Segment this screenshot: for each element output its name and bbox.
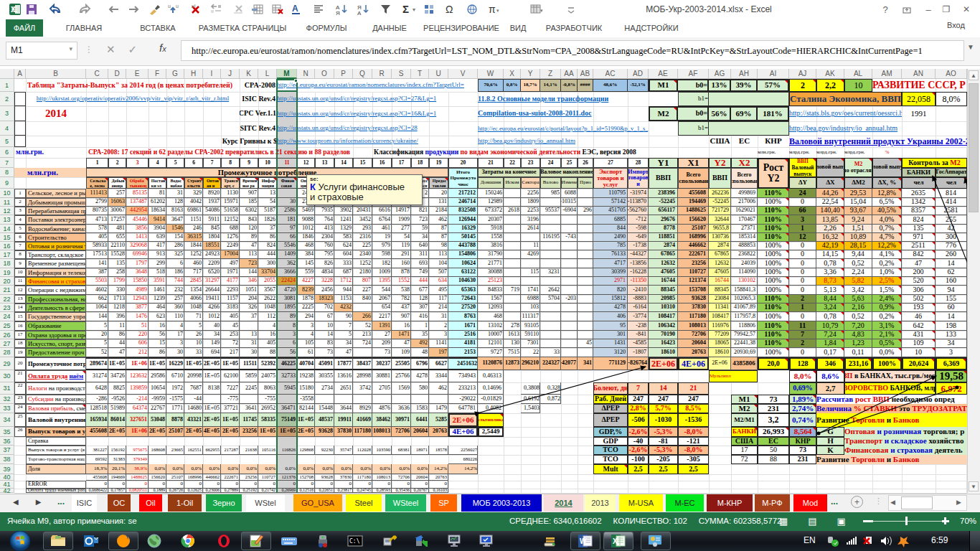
svg-text:ul: ul (192, 4, 196, 9)
svg-text:X: X (11, 6, 16, 14)
svg-text:π: π (489, 4, 496, 15)
svg-text:A: A (292, 4, 298, 14)
svg-text:C:\: C:\ (349, 538, 360, 545)
svg-text:▾: ▾ (540, 8, 543, 13)
svg-text:W: W (580, 537, 587, 545)
svg-text:X: X (613, 537, 618, 545)
svg-text:А: А (357, 10, 362, 15)
svg-text:Я: Я (336, 10, 340, 15)
svg-text:u: u (176, 4, 179, 9)
svg-text:Σ: Σ (402, 4, 409, 15)
svg-text:▾: ▾ (496, 8, 499, 13)
svg-text:u: u (168, 4, 171, 9)
svg-text:Ω: Ω (446, 4, 453, 15)
svg-text:▾: ▾ (413, 6, 415, 13)
